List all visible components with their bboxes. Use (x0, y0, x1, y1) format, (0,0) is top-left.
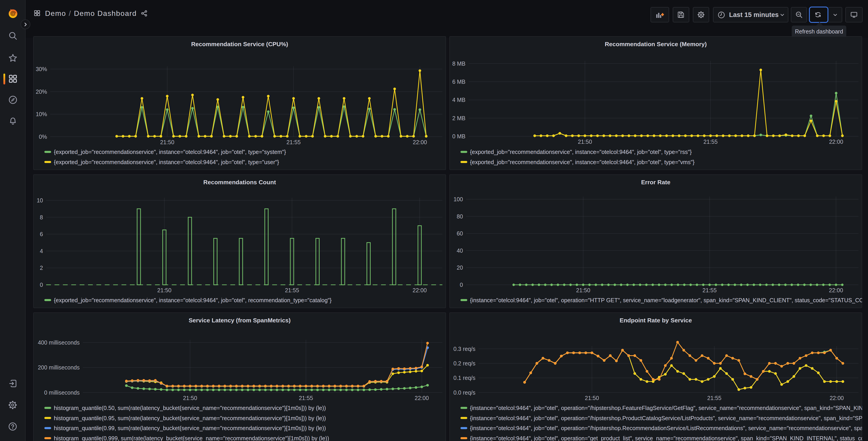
svg-text:0.1 req/s: 0.1 req/s (454, 375, 475, 381)
svg-text:80: 80 (457, 213, 463, 219)
svg-text:0: 0 (460, 282, 463, 288)
svg-text:22:00: 22:00 (829, 287, 843, 293)
svg-text:Service Latency (from SpanMetr: Service Latency (from SpanMetrics) (189, 317, 291, 324)
svg-text:21:55: 21:55 (285, 287, 299, 293)
svg-text:{exported_job="recommendations: {exported_job="recommendationservice", i… (54, 149, 286, 155)
svg-text:22:00: 22:00 (830, 395, 844, 401)
svg-text:0 MB: 0 MB (452, 133, 465, 140)
svg-text:21:50: 21:50 (157, 287, 172, 293)
svg-text:21:55: 21:55 (703, 287, 717, 293)
svg-text:{exported_job="recommendations: {exported_job="recommendationservice", i… (470, 149, 692, 155)
svg-text:6: 6 (40, 231, 43, 237)
svg-text:10: 10 (37, 197, 43, 204)
svg-text:22:00: 22:00 (413, 139, 427, 145)
svg-text:21:50: 21:50 (160, 139, 175, 145)
svg-text:Endpoint Rate by Service: Endpoint Rate by Service (620, 317, 692, 324)
svg-text:histogram_quantile(0.95, sum(r: histogram_quantile(0.95, sum(rate(latenc… (54, 415, 326, 421)
svg-text:22:00: 22:00 (412, 287, 427, 293)
svg-text:{exported_job="recommendations: {exported_job="recommendationservice", i… (54, 297, 332, 303)
svg-text:20%: 20% (36, 89, 47, 95)
svg-text:30%: 30% (36, 66, 47, 72)
svg-text:21:55: 21:55 (286, 139, 301, 145)
svg-text:0.3 req/s: 0.3 req/s (454, 346, 475, 352)
svg-text:8: 8 (40, 214, 43, 220)
svg-text:Error Rate: Error Rate (641, 179, 671, 186)
svg-text:0%: 0% (39, 134, 47, 140)
svg-text:8 MB: 8 MB (452, 60, 465, 67)
svg-text:0 milliseconds: 0 milliseconds (44, 389, 80, 396)
svg-text:22:00: 22:00 (829, 139, 843, 145)
svg-text:{instance="otelcol:9464", job=: {instance="otelcol:9464", job="otel", op… (470, 425, 862, 431)
svg-text:4 MB: 4 MB (452, 97, 465, 103)
svg-text:{instance="otelcol:9464", job=: {instance="otelcol:9464", job="otel", op… (470, 405, 862, 411)
svg-text:400 milliseconds: 400 milliseconds (38, 340, 80, 346)
svg-text:21:50: 21:50 (585, 395, 599, 401)
svg-text:Recommendation Service (Memory: Recommendation Service (Memory) (605, 41, 707, 48)
svg-text:21:55: 21:55 (704, 139, 718, 145)
svg-text:21:55: 21:55 (707, 395, 722, 401)
svg-text:0: 0 (40, 282, 43, 288)
svg-text:60: 60 (457, 230, 463, 237)
svg-text:histogram_quantile(0.999, sum(: histogram_quantile(0.999, sum(rate(laten… (54, 435, 329, 441)
svg-text:Recommendations Count: Recommendations Count (204, 179, 276, 186)
svg-text:40: 40 (457, 247, 463, 254)
svg-text:20: 20 (457, 264, 463, 271)
svg-text:22:00: 22:00 (415, 395, 429, 401)
svg-text:0.0 req/s: 0.0 req/s (454, 389, 475, 396)
svg-text:21:50: 21:50 (183, 395, 197, 401)
svg-text:10%: 10% (36, 111, 47, 117)
svg-text:histogram_quantile(0.99, sum(r: histogram_quantile(0.99, sum(rate(latenc… (54, 425, 326, 431)
svg-text:{exported_job="recommendations: {exported_job="recommendationservice", i… (470, 159, 694, 165)
svg-text:0.2 req/s: 0.2 req/s (454, 360, 475, 366)
svg-text:2: 2 (40, 265, 43, 271)
svg-text:{exported_job="recommendations: {exported_job="recommendationservice", i… (54, 159, 279, 165)
svg-text:6 MB: 6 MB (452, 79, 465, 85)
svg-text:4: 4 (40, 248, 43, 254)
svg-text:21:50: 21:50 (576, 287, 590, 293)
svg-text:100: 100 (454, 196, 463, 202)
svg-text:{instance="otelcol:9464", job=: {instance="otelcol:9464", job="otel", op… (470, 435, 862, 441)
svg-text:Recommendation Service (CPU%): Recommendation Service (CPU%) (191, 41, 288, 48)
svg-text:2 MB: 2 MB (452, 115, 465, 121)
svg-text:200 milliseconds: 200 milliseconds (38, 364, 80, 371)
svg-text:21:50: 21:50 (578, 139, 592, 145)
svg-text:{instance="otelcol:9464", job=: {instance="otelcol:9464", job="otel", op… (470, 297, 862, 303)
svg-text:histogram_quantile(0.50, sum(r: histogram_quantile(0.50, sum(rate(latenc… (54, 405, 326, 411)
svg-text:21:55: 21:55 (299, 395, 313, 401)
svg-text:{instance="otelcol:9464", job=: {instance="otelcol:9464", job="otel", op… (470, 415, 862, 421)
